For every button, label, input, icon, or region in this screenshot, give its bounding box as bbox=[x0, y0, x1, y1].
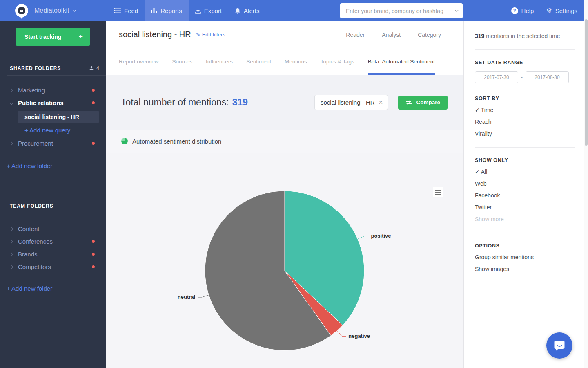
options-list: Group similar mentions Show images bbox=[475, 254, 584, 272]
pie-connector-negative bbox=[337, 331, 346, 337]
download-icon bbox=[195, 8, 201, 14]
show-only-options: ✓All Web Facebook Twitter Show more bbox=[475, 168, 584, 222]
pencil-icon: ✎ bbox=[196, 31, 200, 38]
help-button[interactable]: ? Help bbox=[511, 7, 534, 14]
nav-alerts[interactable]: Alerts bbox=[228, 0, 266, 21]
topbar-right: ? Help ⚙ Settings bbox=[511, 0, 577, 21]
plus-icon: + bbox=[78, 33, 83, 41]
total-mentions-value: 319 bbox=[232, 97, 248, 108]
pie-connector-positive bbox=[358, 236, 369, 239]
check-icon: ✓ bbox=[475, 107, 480, 113]
feed-list-icon bbox=[114, 8, 121, 13]
chat-bubble-icon bbox=[553, 339, 566, 352]
show-more-link[interactable]: Show more bbox=[475, 216, 584, 222]
query-chip: social listening - HR × bbox=[314, 95, 388, 110]
summary-band: Total number of mentions:319 social list… bbox=[106, 75, 463, 130]
mode-analyst[interactable]: Analyst bbox=[382, 31, 401, 38]
settings-label: Settings bbox=[555, 7, 577, 14]
show-option-facebook[interactable]: Facebook bbox=[475, 192, 584, 199]
date-from-input[interactable] bbox=[475, 71, 518, 83]
settings-button[interactable]: ⚙ Settings bbox=[546, 7, 577, 14]
date-to-input[interactable] bbox=[526, 71, 569, 83]
sort-option-time[interactable]: ✓Time bbox=[475, 107, 584, 113]
add-new-query-link[interactable]: + Add new query bbox=[0, 123, 106, 137]
search-input[interactable] bbox=[340, 8, 463, 14]
chart-menu-button[interactable] bbox=[433, 187, 443, 197]
help-label: Help bbox=[521, 7, 534, 14]
tab-report-overview[interactable]: Report overview bbox=[119, 48, 159, 75]
pie-label-positive: positive bbox=[371, 233, 391, 239]
top-navigation: Feed Reports Export Alerts bbox=[108, 0, 266, 21]
chevron-down-icon bbox=[10, 101, 13, 104]
report-header: social listening - HR ✎ Edit filters Rea… bbox=[106, 21, 463, 48]
option-show-images[interactable]: Show images bbox=[475, 266, 584, 272]
chevron-right-icon bbox=[10, 265, 13, 268]
chart-section-header: Automated sentiment distribution bbox=[106, 130, 463, 153]
unread-dot bbox=[92, 101, 95, 104]
nav-reports[interactable]: Reports bbox=[145, 0, 189, 21]
page-scrollbar-thumb[interactable] bbox=[585, 19, 588, 146]
gear-icon: ⚙ bbox=[546, 7, 552, 14]
tab-sources[interactable]: Sources bbox=[172, 48, 193, 75]
mediatoolkit-logo-icon bbox=[15, 4, 29, 18]
sentiment-chart-panel: positivenegativeneutral bbox=[106, 153, 463, 368]
pie-label-negative: negative bbox=[348, 333, 370, 339]
page-title: social listening - HR bbox=[119, 30, 191, 39]
pie-connector-neutral bbox=[198, 295, 209, 297]
chevron-down-icon bbox=[72, 9, 76, 12]
divider bbox=[475, 233, 575, 233]
show-option-all[interactable]: ✓All bbox=[475, 168, 584, 175]
tab-influencers[interactable]: Influencers bbox=[206, 48, 233, 75]
team-folders-header: TEAM FOLDERS bbox=[0, 203, 106, 209]
left-sidebar: Start tracking + SHARED FOLDERS 4 Market… bbox=[0, 21, 106, 368]
sidebar-item-brands[interactable]: Brands bbox=[0, 248, 106, 260]
divider bbox=[475, 49, 575, 50]
show-only-header: SHOW ONLY bbox=[475, 157, 584, 163]
add-new-folder-link-2[interactable]: + Add new folder bbox=[0, 282, 106, 295]
add-new-folder-link[interactable]: + Add new folder bbox=[0, 159, 106, 172]
set-date-range-header: SET DATE RANGE bbox=[475, 60, 584, 65]
close-icon[interactable]: × bbox=[379, 99, 383, 106]
shared-folders-count: 4 bbox=[96, 65, 100, 71]
chevron-down-icon[interactable] bbox=[455, 10, 459, 12]
chevron-right-icon bbox=[10, 240, 13, 243]
chart-section-title: Automated sentiment distribution bbox=[132, 138, 221, 145]
tab-sentiment[interactable]: Sentiment bbox=[246, 48, 271, 75]
sidebar-query-social-listening-hr[interactable]: social listening - HR bbox=[18, 111, 99, 123]
chevron-right-icon bbox=[10, 227, 13, 230]
sort-option-reach[interactable]: Reach bbox=[475, 119, 584, 125]
edit-filters-link[interactable]: ✎ Edit filters bbox=[196, 31, 225, 38]
unread-dot bbox=[92, 89, 95, 92]
tab-topics-tags[interactable]: Topics & Tags bbox=[321, 48, 354, 75]
show-option-twitter[interactable]: Twitter bbox=[475, 204, 584, 211]
mode-reader[interactable]: Reader bbox=[346, 31, 365, 38]
brand-group[interactable]: Mediatoolkit bbox=[15, 0, 76, 21]
chevron-right-icon bbox=[10, 252, 13, 256]
pie-chart-icon bbox=[121, 138, 128, 144]
sidebar-item-procurement[interactable]: Procurement bbox=[0, 137, 106, 150]
view-modes: Reader Analyst Category bbox=[346, 31, 441, 38]
show-option-web[interactable]: Web bbox=[475, 180, 584, 187]
compare-button[interactable]: Compare bbox=[398, 96, 448, 110]
nav-reports-label: Reports bbox=[160, 7, 182, 14]
chat-launcher-button[interactable] bbox=[546, 332, 572, 359]
main-content: social listening - HR ✎ Edit filters Rea… bbox=[106, 21, 463, 368]
nav-feed[interactable]: Feed bbox=[108, 0, 145, 21]
sort-option-virality[interactable]: Virality bbox=[475, 130, 584, 137]
mode-category[interactable]: Category bbox=[418, 31, 441, 38]
unread-dot bbox=[92, 142, 95, 145]
sidebar-item-marketing[interactable]: Marketing bbox=[0, 84, 106, 96]
sidebar-item-content[interactable]: Content bbox=[0, 222, 106, 235]
option-group-similar[interactable]: Group similar mentions bbox=[475, 254, 584, 260]
sidebar-item-competitors[interactable]: Competitors bbox=[0, 260, 106, 273]
query-chip-label: social listening - HR bbox=[321, 99, 375, 106]
chevron-right-icon bbox=[10, 141, 13, 145]
sidebar-item-conferences[interactable]: Conferences bbox=[0, 235, 106, 248]
options-header: OPTIONS bbox=[475, 243, 584, 249]
nav-export[interactable]: Export bbox=[189, 0, 228, 21]
tab-beta-automated-sentiment[interactable]: Beta: Automated Sentiment bbox=[368, 48, 435, 75]
unread-dot bbox=[92, 240, 95, 243]
tab-mentions[interactable]: Mentions bbox=[285, 48, 307, 75]
start-tracking-button[interactable]: Start tracking + bbox=[16, 28, 90, 46]
sidebar-item-public-relations[interactable]: Public relations bbox=[0, 96, 106, 109]
